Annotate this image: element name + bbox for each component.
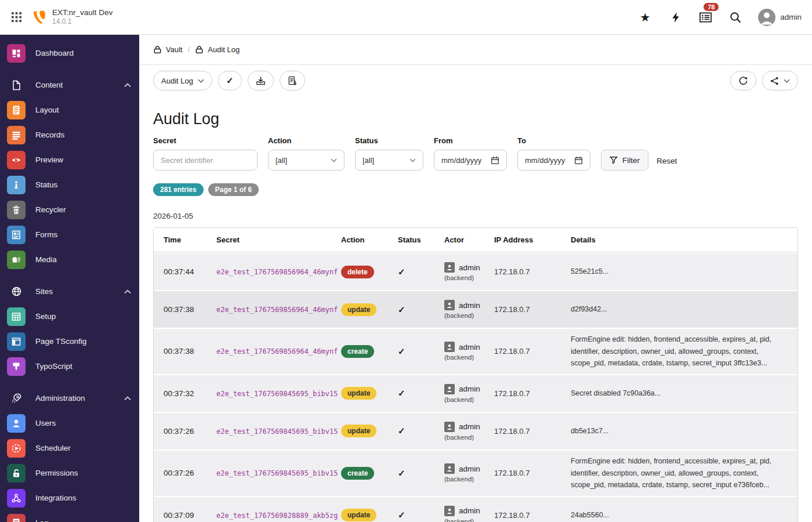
module-menu: Dashboard Content Layout Records Preview… bbox=[0, 35, 139, 522]
actor-avatar-icon bbox=[444, 463, 455, 474]
secret-link[interactable]: e2e_test_1767569845695_bibv15 bbox=[216, 469, 338, 477]
sidebar-item-preview[interactable]: Preview bbox=[0, 147, 139, 172]
save-icon bbox=[256, 76, 266, 86]
sidebar-item-typoscript[interactable]: TypoScript bbox=[0, 354, 139, 379]
sidebar-item-forms[interactable]: Forms bbox=[0, 222, 139, 247]
calendar-icon bbox=[574, 156, 583, 165]
secret-link[interactable]: e2e_test_1767569856964_46mynf bbox=[216, 268, 338, 276]
forms-icon bbox=[7, 226, 26, 244]
sidebar-item-users[interactable]: Users bbox=[0, 411, 139, 436]
from-date-input[interactable]: mm/dd/yyyy bbox=[434, 150, 507, 171]
sidebar-item-permissions[interactable]: Permissions bbox=[0, 461, 139, 485]
actor-cell: admin (backend) bbox=[444, 342, 488, 361]
secret-link[interactable]: e2e_test_1767569845695_bibv15 bbox=[216, 427, 338, 436]
layout-icon bbox=[7, 101, 26, 119]
table-row: 00:37:26 e2e_test_1767569845695_bibv15 c… bbox=[154, 449, 798, 496]
chevron-down-icon bbox=[198, 79, 204, 83]
status-check-icon: ✓ bbox=[398, 342, 444, 361]
sidebar-item-page-tsconfig[interactable]: Page TSconfig bbox=[0, 329, 139, 354]
sidebar-item-setup[interactable]: Setup bbox=[0, 304, 139, 329]
share-button[interactable] bbox=[762, 71, 798, 90]
cell-ip: 172.18.0.7 bbox=[494, 385, 571, 403]
status-check-icon: ✓ bbox=[398, 505, 444, 522]
secret-link[interactable]: e2e_test_1767569828889_akb5zg bbox=[216, 512, 338, 520]
lock-icon bbox=[153, 45, 162, 54]
sidebar-item-records[interactable]: Records bbox=[0, 122, 139, 147]
sidebar-item-label: Permissions bbox=[35, 469, 78, 477]
integrations-icon bbox=[7, 489, 26, 507]
sidebar-section-sites[interactable]: Sites bbox=[0, 279, 139, 304]
star-icon[interactable]: ★ bbox=[637, 10, 652, 25]
to-date-input[interactable]: mm/dd/yyyy bbox=[517, 150, 590, 171]
sidebar-item-integrations[interactable]: Integrations bbox=[0, 485, 139, 510]
app-version: 14.0.1 bbox=[52, 17, 113, 26]
sidebar-item-recycler[interactable]: Recycler bbox=[0, 197, 139, 222]
cell-time: 00:37:26 bbox=[154, 422, 216, 440]
action-badge: update bbox=[341, 303, 376, 316]
from-filter-label: From bbox=[434, 136, 507, 145]
action-select[interactable]: [all] bbox=[268, 150, 345, 171]
secret-link[interactable]: e2e_test_1767569856964_46mynf bbox=[216, 306, 338, 314]
search-icon[interactable] bbox=[728, 10, 743, 25]
content-icon bbox=[7, 76, 26, 95]
module-select[interactable]: Audit Log bbox=[153, 71, 212, 90]
bolt-icon[interactable] bbox=[668, 10, 683, 25]
user-avatar-icon bbox=[758, 9, 775, 26]
chevron-down-icon bbox=[784, 79, 790, 83]
cell-details: FormEngine edit: hidden, frontend_access… bbox=[571, 451, 798, 496]
actor-avatar-icon bbox=[444, 342, 455, 352]
cell-time: 00:37:09 bbox=[154, 506, 216, 522]
table-row: 00:37:44 e2e_test_1767569856964_46mynf d… bbox=[154, 252, 798, 290]
breadcrumb-vault[interactable]: Vault bbox=[153, 45, 183, 54]
sidebar-item-label: Setup bbox=[35, 312, 56, 321]
save-button[interactable] bbox=[248, 71, 274, 90]
app-grid-icon[interactable] bbox=[0, 0, 32, 35]
reset-button[interactable]: Reset bbox=[657, 157, 677, 171]
calendar-icon bbox=[491, 156, 499, 165]
secret-input[interactable]: Secret identifier bbox=[153, 150, 258, 171]
breadcrumb-audit-log[interactable]: Audit Log bbox=[195, 45, 240, 54]
sidebar-item-scheduler[interactable]: Scheduler bbox=[0, 436, 139, 461]
preview-icon bbox=[7, 151, 26, 169]
table-row: 00:37:38 e2e_test_1767569856964_46mynf c… bbox=[154, 328, 798, 374]
table-row: 00:37:26 e2e_test_1767569845695_bibv15 u… bbox=[154, 412, 798, 449]
log-icon bbox=[7, 514, 26, 522]
notifications-icon[interactable]: 78 bbox=[698, 10, 713, 25]
cell-time: 00:37:26 bbox=[154, 464, 216, 482]
actor-cell: admin (backend) bbox=[444, 300, 488, 319]
sidebar-item-label: Scheduler bbox=[35, 444, 71, 452]
typoscript-icon bbox=[7, 357, 26, 376]
filter-button[interactable]: Filter bbox=[601, 150, 648, 171]
apply-button[interactable]: ✓ bbox=[218, 71, 242, 90]
typo3-logo bbox=[32, 10, 46, 25]
user-menu[interactable]: admin bbox=[758, 9, 802, 26]
action-badge: update bbox=[341, 387, 376, 400]
status-check-icon: ✓ bbox=[398, 463, 444, 483]
status-check-icon: ✓ bbox=[398, 262, 444, 282]
sidebar-item-layout[interactable]: Layout bbox=[0, 97, 139, 122]
export-button[interactable] bbox=[280, 71, 305, 90]
sidebar-item-label: Preview bbox=[35, 155, 63, 164]
cell-time: 00:37:38 bbox=[154, 300, 216, 318]
page-title: Audit Log bbox=[153, 110, 798, 128]
sidebar-item-log[interactable]: Log bbox=[0, 510, 139, 522]
cell-ip: 172.18.0.7 bbox=[494, 263, 571, 281]
sidebar-item-status[interactable]: Status bbox=[0, 172, 139, 197]
reload-button[interactable] bbox=[730, 71, 756, 90]
filter-icon bbox=[610, 156, 618, 164]
status-select[interactable]: [all] bbox=[355, 150, 423, 171]
secret-link[interactable]: e2e_test_1767569856964_46mynf bbox=[216, 347, 338, 356]
entries-badge: 281 entries bbox=[153, 183, 204, 196]
sidebar-section-administration[interactable]: Administration bbox=[0, 386, 139, 411]
sidebar-section-content[interactable]: Content bbox=[0, 72, 139, 97]
sidebar-item-label: Status bbox=[35, 180, 57, 189]
cell-time: 00:37:32 bbox=[154, 385, 216, 403]
status-check-icon: ✓ bbox=[398, 300, 444, 320]
actor-cell: admin (backend) bbox=[444, 384, 488, 403]
reload-icon bbox=[738, 76, 748, 86]
secret-link[interactable]: e2e_test_1767569845695_bibv15 bbox=[216, 390, 338, 398]
status-icon bbox=[7, 176, 26, 194]
sites-icon bbox=[7, 282, 26, 301]
sidebar-item-media[interactable]: Media bbox=[0, 247, 139, 272]
sidebar-item-dashboard[interactable]: Dashboard bbox=[0, 41, 139, 66]
